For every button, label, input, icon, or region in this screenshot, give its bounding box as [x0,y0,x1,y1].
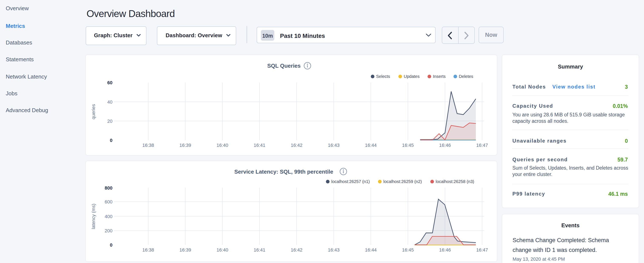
svg-text:60: 60 [107,80,112,85]
svg-text:16:39: 16:39 [180,247,191,252]
svg-text:16:38: 16:38 [142,247,154,252]
svg-text:queries: queries [91,104,96,119]
svg-text:latency (ms): latency (ms) [91,204,96,229]
svg-text:16:46: 16:46 [439,247,451,252]
svg-text:16:45: 16:45 [402,247,414,252]
svg-text:16:40: 16:40 [216,143,228,148]
svg-text:16:44: 16:44 [365,143,376,148]
svg-text:16:47: 16:47 [476,247,488,252]
svg-text:0: 0 [110,138,112,143]
svg-text:16:46: 16:46 [439,143,451,148]
svg-text:16:42: 16:42 [291,247,302,252]
svg-text:16:45: 16:45 [402,143,414,148]
svg-text:16:41: 16:41 [254,143,265,148]
svg-text:20: 20 [107,119,112,124]
svg-text:800: 800 [104,185,112,191]
svg-text:16:40: 16:40 [216,247,228,252]
svg-text:16:38: 16:38 [142,143,154,148]
svg-text:40: 40 [107,99,112,105]
svg-text:16:43: 16:43 [328,247,340,252]
svg-text:0: 0 [110,242,112,248]
svg-text:200: 200 [104,228,112,233]
svg-text:16:39: 16:39 [180,143,191,148]
svg-text:16:42: 16:42 [291,143,302,148]
svg-text:16:47: 16:47 [476,143,488,148]
svg-text:16:41: 16:41 [254,247,265,252]
svg-text:600: 600 [104,199,112,204]
svg-text:16:44: 16:44 [365,247,376,252]
svg-text:16:43: 16:43 [328,143,340,148]
svg-text:400: 400 [104,214,112,219]
